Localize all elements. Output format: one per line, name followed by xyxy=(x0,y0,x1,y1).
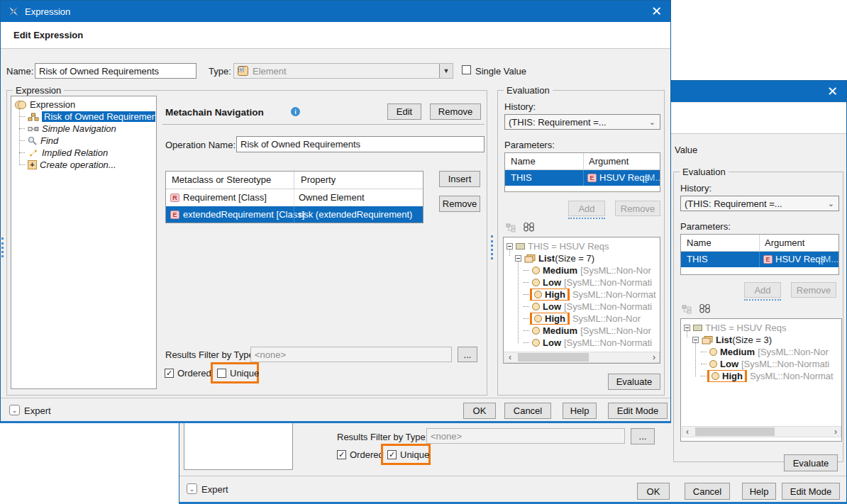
evaluate-button[interactable]: Evaluate xyxy=(784,454,838,471)
element-icon: M xyxy=(238,66,248,76)
parameters-header-row: Name Argument xyxy=(681,235,838,252)
binoculars-icon[interactable] xyxy=(523,222,535,232)
help-button[interactable]: Help xyxy=(742,483,776,500)
tree-row-value-highlighted[interactable]: High SysML::Non-Nor xyxy=(524,313,660,325)
tree-guide xyxy=(19,128,25,129)
parameter-row[interactable]: THIS E HSUV Reqs [M... xyxy=(505,170,660,186)
tree-row-value[interactable]: Low [SysML::Non-Normati xyxy=(524,276,660,289)
parameter-row[interactable]: THIS E HSUV Reqs [M... xyxy=(681,252,838,267)
browse-button[interactable]: ... xyxy=(458,347,477,362)
collapse-icon[interactable] xyxy=(684,325,690,331)
tree-row-root[interactable]: THIS = HSUV Reqs xyxy=(684,322,840,334)
remove-button[interactable]: Remove xyxy=(615,201,660,216)
cancel-button[interactable]: Cancel xyxy=(504,403,551,419)
horizontal-scrollbar[interactable]: ‹ › xyxy=(504,352,660,363)
ordered-label: Ordered xyxy=(177,368,211,379)
type-label: Type: xyxy=(209,66,231,77)
type-dropdown[interactable]: M Element ▼ xyxy=(233,63,453,79)
dropdown-arrow-icon[interactable]: ▼ xyxy=(439,64,453,78)
scrollbar-thumb[interactable] xyxy=(695,427,775,436)
titlebar[interactable]: Expression ✕ xyxy=(1,1,670,22)
scrollbar-thumb[interactable] xyxy=(518,353,589,362)
scroll-left-icon[interactable]: ‹ xyxy=(682,427,692,437)
expert-chevron-icon[interactable]: ⌄ xyxy=(9,405,20,415)
ok-button[interactable]: OK xyxy=(637,483,670,500)
unique-checkbox[interactable] xyxy=(217,369,226,378)
ok-button[interactable]: OK xyxy=(463,403,496,419)
highlight-box: High xyxy=(707,370,747,382)
scroll-right-icon[interactable]: › xyxy=(649,352,659,362)
edit-button[interactable]: Edit xyxy=(387,103,421,120)
tree-row-value[interactable]: Medium [SysML::Non-Nor xyxy=(524,325,660,337)
remove-button[interactable]: Remove xyxy=(791,282,836,298)
expert-chevron-icon[interactable]: ⌄ xyxy=(187,483,197,494)
tree-row-value[interactable]: Medium [SysML::Non-Nor xyxy=(701,346,841,358)
results-filter-field[interactable]: <none> xyxy=(250,347,452,362)
tree-row-value[interactable]: Low [SysML::Non-Normati xyxy=(701,358,841,370)
tree-row-value[interactable]: Low [SysML::Non-Normati xyxy=(524,337,660,349)
parameters-header-row: Name Argument xyxy=(505,153,660,170)
edit-mode-button[interactable]: Edit Mode xyxy=(782,483,840,500)
tree-guide xyxy=(701,376,707,376)
tree-row-implied-relation[interactable]: Implied Relation xyxy=(19,147,155,159)
table-row[interactable]: R Requirement [Class] Owned Element xyxy=(166,189,423,206)
history-dropdown[interactable]: (THIS: Requirement =... ⌄ xyxy=(680,196,839,211)
tree-row-value-highlighted[interactable]: High SysML::Non-Normat xyxy=(701,370,841,382)
splitter-handle[interactable] xyxy=(491,235,493,259)
add-button[interactable]: Add xyxy=(568,201,605,216)
unique-checkbox[interactable] xyxy=(387,450,397,459)
tree-row-root[interactable]: Expression xyxy=(14,99,155,111)
table-row-selected[interactable]: E extendedRequirement [Class] risk (exte… xyxy=(166,206,423,223)
copy-structure-icon[interactable] xyxy=(506,223,516,233)
tree-row-create-operation[interactable]: Create operation... xyxy=(19,159,155,171)
tree-row-value-highlighted[interactable]: High SysML::Non-Normat xyxy=(524,289,660,301)
tree-row-simple-navigation[interactable]: Simple Navigation xyxy=(19,123,155,135)
name-input[interactable]: Risk of Owned Requirements xyxy=(35,63,196,79)
app-icon xyxy=(8,6,19,17)
remove-button[interactable]: Remove xyxy=(430,103,481,120)
remove-row-button[interactable]: Remove xyxy=(439,196,480,212)
tree-row-root[interactable]: THIS = HSUV Reqs xyxy=(506,240,658,252)
value-icon xyxy=(532,279,540,286)
model-icon xyxy=(516,243,525,250)
cancel-button[interactable]: Cancel xyxy=(685,483,730,500)
single-value-label-fragment: Value xyxy=(675,145,697,155)
operation-name-input[interactable]: Risk of Owned Requirements xyxy=(236,136,485,152)
insert-button[interactable]: Insert xyxy=(439,171,480,187)
tree-row-metachain[interactable]: Risk of Owned Requirements xyxy=(19,111,155,123)
expression-tree[interactable]: Expression Risk of Owned Requirements Si… xyxy=(11,96,157,389)
collapse-icon[interactable] xyxy=(515,255,521,262)
horizontal-scrollbar[interactable]: ‹ › xyxy=(682,426,841,437)
collapse-icon[interactable] xyxy=(692,337,699,343)
scroll-right-icon[interactable]: › xyxy=(831,427,841,437)
collapse-icon[interactable] xyxy=(506,243,513,250)
tree-row-value[interactable]: Low [SysML::Non-Normati xyxy=(524,301,660,313)
close-icon[interactable]: ✕ xyxy=(651,2,662,21)
ordered-checkbox[interactable] xyxy=(165,369,174,378)
column-divider xyxy=(294,172,294,189)
tree-row-list[interactable]: List(Size = 3) xyxy=(692,334,840,346)
metachain-table[interactable]: Metaclass or Stereotype Property R Requi… xyxy=(165,171,424,223)
close-icon[interactable]: ✕ xyxy=(827,82,838,101)
tree-row-list[interactable]: List(Size = 7) xyxy=(515,252,658,264)
evaluation-result-tree[interactable]: THIS = HSUV Reqs List(Size = 7) Medium [… xyxy=(503,237,660,364)
binoculars-icon[interactable] xyxy=(699,303,711,313)
tree-row-find[interactable]: Find xyxy=(19,135,155,147)
browse-button[interactable]: ... xyxy=(631,428,655,444)
splitter-handle[interactable] xyxy=(1,237,4,257)
edit-mode-button[interactable]: Edit Mode xyxy=(608,403,668,419)
history-dropdown[interactable]: (THIS: Requirement =... ⌄ xyxy=(504,114,660,130)
evaluate-button[interactable]: Evaluate xyxy=(608,374,660,390)
tree-row-value[interactable]: Medium [SysML::Non-Nor xyxy=(524,264,660,276)
single-value-checkbox[interactable] xyxy=(462,65,471,74)
info-icon[interactable] xyxy=(291,107,300,116)
list-icon xyxy=(702,336,713,345)
expression-group-title: Expression xyxy=(13,85,64,96)
scroll-left-icon[interactable]: ‹ xyxy=(505,352,515,362)
evaluation-result-tree[interactable]: THIS = HSUV Reqs List(Size = 3) Medium [… xyxy=(680,318,842,442)
copy-structure-icon[interactable] xyxy=(682,305,692,314)
results-filter-field[interactable]: <none> xyxy=(426,428,625,444)
ordered-checkbox[interactable] xyxy=(337,450,346,459)
add-button[interactable]: Add xyxy=(744,282,781,298)
help-button[interactable]: Help xyxy=(563,403,597,419)
